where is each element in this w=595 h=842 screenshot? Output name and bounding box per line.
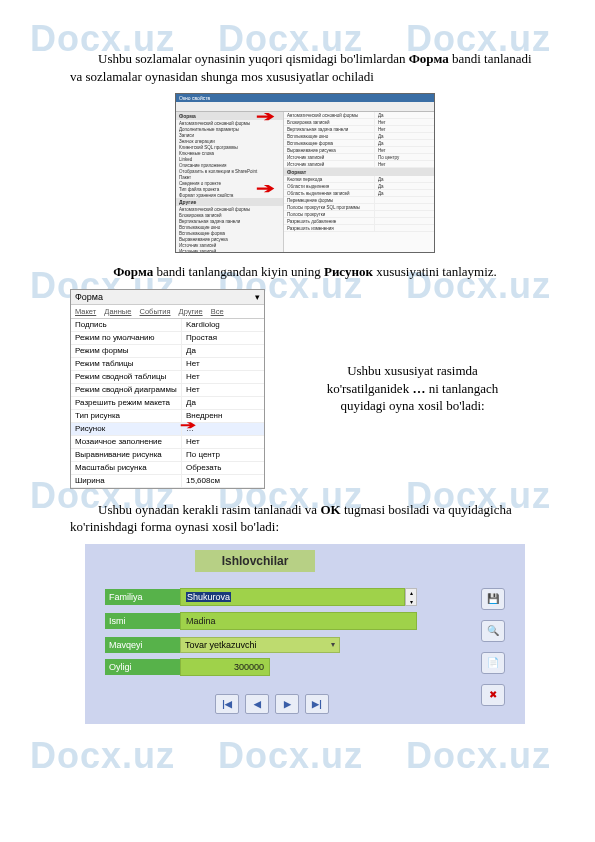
chevron-down-icon: ▾ bbox=[410, 598, 413, 605]
prop-key: Источник записей bbox=[284, 161, 374, 167]
prop-val: Нет bbox=[181, 384, 264, 396]
text-bold-ok: OK bbox=[320, 502, 340, 517]
new-button[interactable]: 📄 bbox=[481, 652, 505, 674]
tab: Другие bbox=[179, 307, 203, 316]
tab: Все bbox=[211, 307, 224, 316]
prop-val: Да bbox=[374, 133, 434, 139]
text-bold-forma: Форма bbox=[113, 264, 153, 279]
field-label: Familiya bbox=[105, 589, 180, 605]
field-label: Ismi bbox=[105, 613, 180, 629]
field-select[interactable]: Tovar yetkazuvchi ▾ bbox=[180, 637, 340, 653]
prop-val: Нет bbox=[374, 147, 434, 153]
prop-val: Простая bbox=[181, 332, 264, 344]
field-label: Oyligi bbox=[105, 659, 180, 675]
text: Ushbu oynadan kerakli rasim tanlanadi va bbox=[98, 502, 320, 517]
prop-val: По центр bbox=[181, 449, 264, 461]
field-value[interactable]: 300000 bbox=[180, 658, 270, 676]
panel-tabs: Макет Данные События Другие Все bbox=[71, 305, 264, 319]
text-bold-forma: Форма bbox=[409, 51, 449, 66]
chevron-down-icon: ▾ bbox=[255, 292, 260, 302]
paragraph-2: Форма bandi tanlangandan kiyin uning Рис… bbox=[70, 263, 540, 281]
prop-key: Режим сводной диаграммы bbox=[71, 384, 181, 396]
nav-last-button[interactable]: ▶| bbox=[305, 694, 329, 714]
prop-val: 15,608см bbox=[181, 475, 264, 487]
panel-title: Форма ▾ bbox=[71, 290, 264, 305]
field-value[interactable]: Madina bbox=[180, 612, 417, 630]
delete-button[interactable]: ✖ bbox=[481, 684, 505, 706]
prop-key: Разрешить режим макета bbox=[71, 397, 181, 409]
cat-title: Формат bbox=[284, 168, 434, 176]
text: Ushbu sozlamalar oynasinin yuqori qismid… bbox=[98, 51, 409, 66]
prop-key: Рисунок bbox=[71, 423, 181, 435]
prop-val: Нет bbox=[374, 126, 434, 132]
text-bold-risunok: Рисунок bbox=[324, 264, 373, 279]
text: quyidagi oyna xosil bo'ladi: bbox=[340, 398, 484, 413]
page-content: Ushbu sozlamalar oynasinin yuqori qismid… bbox=[0, 0, 595, 754]
prop-val: Да bbox=[374, 140, 434, 146]
window-title: Окно свойств bbox=[176, 94, 434, 102]
prop-val: Нет bbox=[181, 371, 264, 383]
prop-key: Всплывающее форма bbox=[284, 140, 374, 146]
close-icon: ✖ bbox=[489, 689, 497, 700]
save-icon: 💾 bbox=[487, 593, 499, 604]
prop-val bbox=[374, 197, 434, 203]
cat-title: Другие bbox=[176, 198, 283, 206]
prop-key: Блокировка записей bbox=[284, 119, 374, 125]
panel-title-text: Форма bbox=[75, 292, 103, 302]
prop-val: Да bbox=[181, 345, 264, 357]
text: bandi tanlangandan kiyin uning bbox=[153, 264, 324, 279]
text: ni tanlangach bbox=[425, 381, 498, 396]
text: ko'rsatilganidek bbox=[327, 381, 413, 396]
prop-key: Полосы прокрутки bbox=[284, 211, 374, 217]
prop-val: Нет bbox=[181, 358, 264, 370]
prop-key: Полосы прокрутки SQL программы bbox=[284, 204, 374, 210]
prop-key: Режим таблицы bbox=[71, 358, 181, 370]
tab: Макет bbox=[75, 307, 96, 316]
prop-key: Автоматический основной формы bbox=[284, 112, 374, 118]
save-button[interactable]: 💾 bbox=[481, 588, 505, 610]
prop-val: Да bbox=[181, 397, 264, 409]
prop-key: Подпись bbox=[71, 319, 181, 331]
text: xususiyatini tanlaymiz. bbox=[373, 264, 497, 279]
prop-key: Тип рисунка bbox=[71, 410, 181, 422]
field-label: Mavqeyi bbox=[105, 637, 180, 653]
prop-key: Режим формы bbox=[71, 345, 181, 357]
prop-key: Вертикальная задача панели bbox=[284, 126, 374, 132]
screenshot-properties-window: Окно свойств Форма Автоматический основн… bbox=[175, 93, 435, 253]
arrow-icon: ➔ bbox=[180, 418, 196, 432]
find-button[interactable]: 🔍 bbox=[481, 620, 505, 642]
prop-key: Режим сводной таблицы bbox=[71, 371, 181, 383]
select-value: Tovar yetkazuvchi bbox=[185, 640, 257, 650]
prop-key: Режим по умолчанию bbox=[71, 332, 181, 344]
field-value-text: Shukurova bbox=[186, 592, 231, 602]
nav-next-button[interactable]: ▶ bbox=[275, 694, 299, 714]
prop-key: Масштабы рисунка bbox=[71, 462, 181, 474]
prop-val: Kardiolog bbox=[181, 319, 264, 331]
prop-key: Перемещение формы bbox=[284, 197, 374, 203]
screenshot-properties-window-wrap: Окно свойств Форма Автоматический основн… bbox=[70, 93, 540, 253]
chevron-up-icon: ▴ bbox=[410, 589, 413, 596]
prop-val: Нет bbox=[374, 119, 434, 125]
window-toolbar bbox=[176, 102, 434, 112]
prop-val bbox=[374, 204, 434, 210]
tab: Данные bbox=[104, 307, 131, 316]
paragraph-3: Ushbu oynadan kerakli rasim tanlanadi va… bbox=[70, 501, 540, 536]
prop-val: Нет bbox=[181, 436, 264, 448]
prop-val: По центру bbox=[374, 154, 434, 160]
nav-prev-button[interactable]: ◀ bbox=[245, 694, 269, 714]
prop-val bbox=[374, 211, 434, 217]
screenshot-form-properties: Форма ▾ Макет Данные События Другие Все … bbox=[70, 289, 265, 489]
prop-val: Обрезать bbox=[181, 462, 264, 474]
prop-val: Да bbox=[374, 190, 434, 196]
nav-first-button[interactable]: |◀ bbox=[215, 694, 239, 714]
screenshot-form-view: Ishlovchilar Familiya Shukurova ▴▾ Ismi … bbox=[85, 544, 525, 724]
prop-key: Ширина bbox=[71, 475, 181, 487]
cat-item: Источник записей bbox=[176, 248, 283, 253]
record-nav: |◀ ◀ ▶ ▶| bbox=[215, 694, 329, 714]
text-bold-dots: … bbox=[412, 381, 425, 396]
text: Ushbu xususiyat rasimda bbox=[347, 363, 478, 378]
spinner[interactable]: ▴▾ bbox=[405, 588, 417, 606]
prop-key: Кнопки перехода bbox=[284, 176, 374, 182]
field-value[interactable]: Shukurova bbox=[180, 588, 405, 606]
form-title: Ishlovchilar bbox=[195, 550, 315, 572]
